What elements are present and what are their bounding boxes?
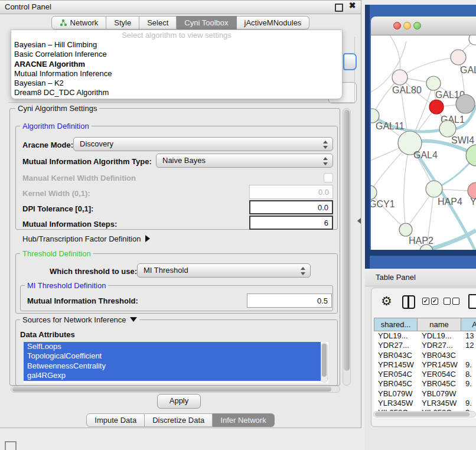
attributes-scrollbar[interactable]	[321, 343, 328, 383]
manual-kernel-checkbox[interactable]	[324, 173, 333, 182]
checked-checkbox-icon[interactable]: ✓	[431, 298, 438, 305]
node-label: GAL11	[376, 121, 405, 131]
network-node[interactable]	[451, 50, 466, 65]
mi-type-label: Mutual Information Algorithm Type:	[22, 157, 152, 166]
cell-name: YBR045C	[418, 379, 461, 389]
table-row[interactable]: YBR045C YBR045C 9.	[374, 379, 476, 389]
attribute-item-selected[interactable]: gal4RGexp	[24, 371, 321, 380]
network-edge[interactable]	[371, 193, 406, 230]
algorithm-option-selected[interactable]: ARACNE Algorithm	[11, 60, 342, 69]
data-attributes-list[interactable]: SelfLoops TopologicalCoefficient Between…	[24, 342, 328, 383]
algorithm-option[interactable]: Mutual Information Inference	[11, 69, 342, 79]
algorithm-option[interactable]: Bayesian – K2	[11, 79, 342, 88]
column-header-shared-name[interactable]: shared...	[374, 318, 418, 331]
network-node[interactable]	[426, 181, 442, 197]
tab-impute-data[interactable]: Impute Data	[86, 413, 145, 427]
tab-style[interactable]: Style	[106, 16, 139, 30]
node-label: GAL80	[392, 85, 422, 95]
tab-discretize-data[interactable]: Discretize Data	[145, 413, 213, 427]
algorithm-option[interactable]: Dream8 DC_TDC Algorithm	[11, 88, 342, 97]
checked-checkbox-icon[interactable]: ✓	[422, 298, 429, 305]
minimize-traffic-light[interactable]	[403, 22, 411, 30]
table-row[interactable]: YBL079W YBL079W	[374, 389, 476, 399]
settings-horizontal-scrollbar[interactable]	[11, 386, 340, 393]
network-node[interactable]	[399, 223, 412, 236]
network-edge[interactable]	[387, 35, 400, 70]
cell-value: 9.	[461, 360, 476, 370]
attribute-item-selected[interactable]: SelfLoops	[24, 342, 321, 351]
table-row[interactable]: YPR145W YPR145W 9.	[374, 360, 476, 370]
bottom-tabs: Impute Data Discretize Data Infer Networ…	[0, 413, 361, 427]
close-traffic-light[interactable]	[393, 22, 401, 30]
dpi-tolerance-input[interactable]	[249, 200, 333, 214]
minimized-panel-icon[interactable]	[5, 441, 17, 450]
hidden-panel-border	[354, 37, 355, 103]
tab-infer-network[interactable]: Infer Network	[213, 413, 274, 427]
table-row[interactable]: YLR345W YLR345W 9.	[374, 399, 476, 408]
split-columns-icon[interactable]	[402, 295, 415, 309]
cell-shared-name: YLR345W	[374, 399, 418, 408]
table-row[interactable]: YDR27... YDR27... 12	[374, 341, 476, 350]
focused-combo-fragment[interactable]	[343, 53, 357, 70]
aracne-mode-value: Discovery	[80, 139, 113, 148]
combo-arrows-icon	[323, 156, 328, 166]
mi-steps-input[interactable]	[249, 216, 333, 230]
threshold-definition-legend: Threshold Definition	[20, 250, 93, 258]
attribute-item-selected[interactable]: TopologicalCoefficient	[24, 351, 321, 361]
cell-value: 8.	[461, 370, 476, 379]
dpi-tolerance-label: DPI Tolerance [0,1]:	[22, 204, 93, 213]
aracne-mode-combo[interactable]: Discovery	[73, 137, 333, 151]
mi-type-combo[interactable]: Naive Bayes	[156, 154, 333, 168]
mi-threshold-legend: MI Threshold Definition	[25, 282, 108, 290]
network-node[interactable]	[456, 94, 475, 113]
network-edge[interactable]	[400, 57, 458, 77]
algorithm-option[interactable]: Bayesian – Hill Climbing	[11, 40, 342, 50]
gear-icon[interactable]: ⚙	[381, 294, 392, 308]
column-header-name[interactable]: name	[418, 318, 461, 331]
node-label: SWI4	[451, 135, 474, 145]
splitter-collapse-arrow[interactable]	[357, 218, 361, 224]
close-icon[interactable]: ✖	[348, 2, 356, 9]
cell-shared-name: YPR145W	[374, 360, 418, 370]
table-body: YDL19... YDL19... 13 YDR27... YDR27... 1…	[374, 331, 476, 418]
document-icon[interactable]	[468, 294, 476, 309]
attribute-item-selected[interactable]: BetweennessCentrality	[24, 361, 321, 371]
tab-network[interactable]: Network	[51, 16, 107, 30]
kernel-width-input[interactable]	[249, 185, 333, 199]
network-node[interactable]	[466, 145, 476, 166]
table-horizontal-scrollbar[interactable]	[373, 411, 476, 418]
apply-button[interactable]: Apply	[157, 394, 201, 409]
unchecked-checkbox-icon[interactable]	[452, 298, 459, 305]
zoom-traffic-light[interactable]	[413, 22, 421, 30]
network-canvas[interactable]: GALGAL80GAL10GAL1GAL11SWI4GAL4GCY1HAP4YH…	[371, 35, 476, 250]
network-window-titlebar[interactable]	[371, 17, 476, 35]
algorithm-dropdown-prompt: Select algorithm to view settings	[11, 31, 342, 40]
tab-jactivemnodules[interactable]: jActiveMNodules	[237, 16, 310, 30]
control-panel-tabs: Network Style Select Cyni Toolbox jActiv…	[0, 16, 361, 30]
network-node[interactable]	[371, 185, 377, 200]
table-toolbar: ⚙ ✓ ✓	[371, 293, 476, 313]
network-node[interactable]	[392, 70, 407, 85]
float-window-icon[interactable]	[335, 4, 343, 12]
which-threshold-combo[interactable]: MI Threshold	[137, 263, 311, 278]
network-node[interactable]	[426, 76, 441, 90]
table-row[interactable]: YDL19... YDL19... 13	[374, 331, 476, 341]
algorithm-option[interactable]: Basic Correlation Inference	[11, 50, 342, 59]
cell-shared-name: YER054C	[374, 370, 418, 379]
hub-section-toggle[interactable]: Hub/Transcription Factor Definition	[22, 234, 150, 243]
network-node[interactable]	[439, 120, 456, 137]
column-header-partial[interactable]: A	[461, 318, 476, 331]
network-edge[interactable]	[404, 143, 410, 230]
table-row[interactable]: YBR043C YBR043C	[374, 351, 476, 360]
network-node[interactable]	[429, 100, 444, 114]
tab-cyni-toolbox[interactable]: Cyni Toolbox	[177, 16, 236, 30]
hidden-panel-border-bottom	[8, 102, 356, 103]
control-panel-title: Control Panel	[5, 2, 51, 11]
table-row[interactable]: YER054C YER054C 8.	[374, 370, 476, 379]
hub-section-label: Hub/Transcription Factor Definition	[22, 234, 141, 243]
tab-select[interactable]: Select	[139, 16, 177, 30]
mi-threshold-input[interactable]	[247, 294, 332, 308]
sources-legend[interactable]: Sources for Network Inference	[20, 316, 139, 324]
settings-vertical-scrollbar[interactable]	[343, 108, 351, 386]
unchecked-checkbox-icon[interactable]	[444, 298, 451, 305]
